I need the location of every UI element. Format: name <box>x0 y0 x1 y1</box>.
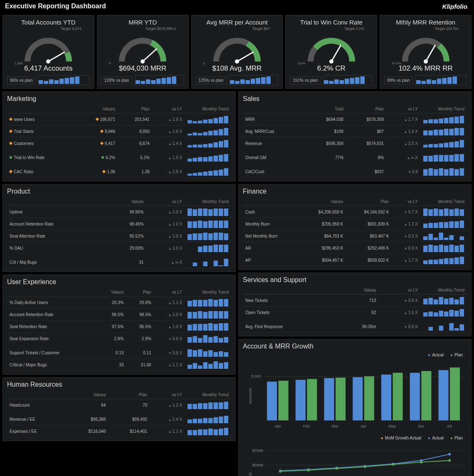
product-card: Product Valuesvs LYMonthly TrendUptime99… <box>2 184 236 272</box>
svg-rect-34 <box>334 79 339 84</box>
svg-rect-245 <box>439 209 444 216</box>
svg-rect-48 <box>447 77 452 84</box>
svg-rect-134 <box>208 299 213 307</box>
svg-rect-131 <box>193 300 198 307</box>
svg-text:Jan: Jan <box>275 424 281 428</box>
svg-rect-117 <box>203 245 208 252</box>
kpi-vs-plan: 96% vs plan <box>7 76 35 84</box>
svg-rect-291 <box>429 312 433 317</box>
svg-text:Jul: Jul <box>447 424 452 428</box>
svg-rect-271 <box>449 245 454 252</box>
svg-rect-172 <box>198 366 202 369</box>
svg-rect-286 <box>444 299 449 304</box>
svg-rect-292 <box>434 312 438 317</box>
svg-rect-60 <box>198 133 202 135</box>
svg-rect-276 <box>434 260 438 264</box>
svg-rect-53 <box>203 120 208 123</box>
svg-rect-176 <box>219 363 223 369</box>
svg-point-354 <box>448 453 451 456</box>
svg-rect-76 <box>198 157 202 162</box>
svg-rect-3 <box>44 81 49 84</box>
finance-card: Finance ValuesPlanvs LYMonthly TrendCash… <box>238 184 472 270</box>
table-row: Customers6,4176,6741.4 X <box>7 137 231 151</box>
svg-text:$750K: $750K <box>252 449 264 453</box>
svg-rect-25 <box>245 80 250 84</box>
svg-rect-107 <box>193 233 198 240</box>
svg-rect-248 <box>454 209 459 216</box>
section-title: Account & MRR Growth <box>243 343 467 350</box>
svg-rect-79 <box>214 156 218 162</box>
table-row: Account Retention Rate98.5%98.5%1.0 X <box>7 309 231 321</box>
svg-rect-249 <box>460 209 464 216</box>
header: Executive Reporting Dashboard Klipfolio <box>0 0 474 12</box>
svg-rect-143 <box>214 311 218 319</box>
svg-rect-190 <box>208 418 213 423</box>
legend-plan: Plan <box>450 353 463 357</box>
svg-rect-244 <box>434 209 438 216</box>
svg-rect-54 <box>208 119 213 123</box>
svg-rect-145 <box>224 311 229 319</box>
svg-rect-256 <box>454 221 459 228</box>
gauge-min: 0 <box>109 61 111 65</box>
table-row: Uptime99.95%1.0 X <box>7 206 231 218</box>
kpi-target: Target $578,358.0 <box>146 27 176 31</box>
svg-rect-242 <box>423 209 428 216</box>
svg-rect-257 <box>460 221 464 228</box>
kpi-title: Avg MRR per Account <box>206 19 267 26</box>
svg-rect-321 <box>381 375 391 421</box>
svg-rect-150 <box>208 323 213 331</box>
svg-rect-88 <box>219 169 223 176</box>
section-title: Services and Support <box>243 276 467 284</box>
svg-rect-108 <box>198 233 202 240</box>
svg-rect-87 <box>214 170 218 176</box>
svg-rect-119 <box>214 245 218 252</box>
section-title: Human Resources <box>7 381 231 388</box>
svg-rect-270 <box>444 245 449 252</box>
svg-rect-24 <box>240 79 245 84</box>
svg-rect-315 <box>324 378 334 420</box>
legend-line: MoM Growth Actual Actual Plan <box>247 436 463 440</box>
svg-rect-56 <box>219 117 223 123</box>
svg-rect-137 <box>224 299 229 307</box>
kpi-target: Target 103.3% <box>434 27 459 31</box>
svg-point-359 <box>392 463 394 466</box>
table-row: Crit / Maj Bugs31∞ X <box>7 255 231 268</box>
support-card: Services and Support Valuesvs LYMonthly … <box>238 272 472 336</box>
svg-point-355 <box>279 470 281 473</box>
marketing-card: Marketing ValuesPlanvs LYMonthly Trendww… <box>2 91 236 182</box>
svg-rect-175 <box>214 361 218 369</box>
svg-rect-224 <box>454 141 459 147</box>
svg-rect-17 <box>161 78 166 84</box>
svg-rect-141 <box>203 312 208 319</box>
svg-text:May: May <box>388 424 396 428</box>
svg-rect-140 <box>198 311 202 319</box>
svg-rect-36 <box>345 79 349 84</box>
svg-rect-162 <box>188 349 192 357</box>
table-row: Trial Starts9,9499,8501.6 X <box>7 125 231 137</box>
svg-rect-32 <box>324 80 328 84</box>
kpi-sparkline <box>135 75 184 85</box>
svg-rect-328 <box>450 368 460 421</box>
svg-rect-63 <box>214 130 218 135</box>
svg-text:$500K: $500K <box>252 463 264 467</box>
table-row: Seat Attention Rate95.52%1.0 X <box>7 230 231 242</box>
svg-rect-266 <box>423 245 428 252</box>
svg-rect-188 <box>198 419 202 423</box>
svg-rect-281 <box>460 257 464 264</box>
svg-rect-181 <box>203 403 208 409</box>
svg-text:Feb: Feb <box>303 424 310 428</box>
svg-rect-26 <box>251 79 255 84</box>
svg-rect-135 <box>214 300 218 307</box>
kpi-vs-plan: 151% vs plan <box>290 76 321 84</box>
table-row: Expenses / EE$116,048$114,4011.1 X <box>7 425 231 437</box>
svg-rect-301 <box>439 326 444 331</box>
svg-rect-263 <box>449 235 454 240</box>
kpi-target: Target 6,674 <box>61 27 81 31</box>
svg-rect-148 <box>198 324 202 331</box>
svg-rect-149 <box>203 324 208 331</box>
svg-point-360 <box>420 461 422 464</box>
svg-rect-111 <box>214 233 218 240</box>
svg-rect-207 <box>449 117 454 123</box>
svg-rect-231 <box>449 155 454 162</box>
svg-rect-44 <box>427 79 431 84</box>
